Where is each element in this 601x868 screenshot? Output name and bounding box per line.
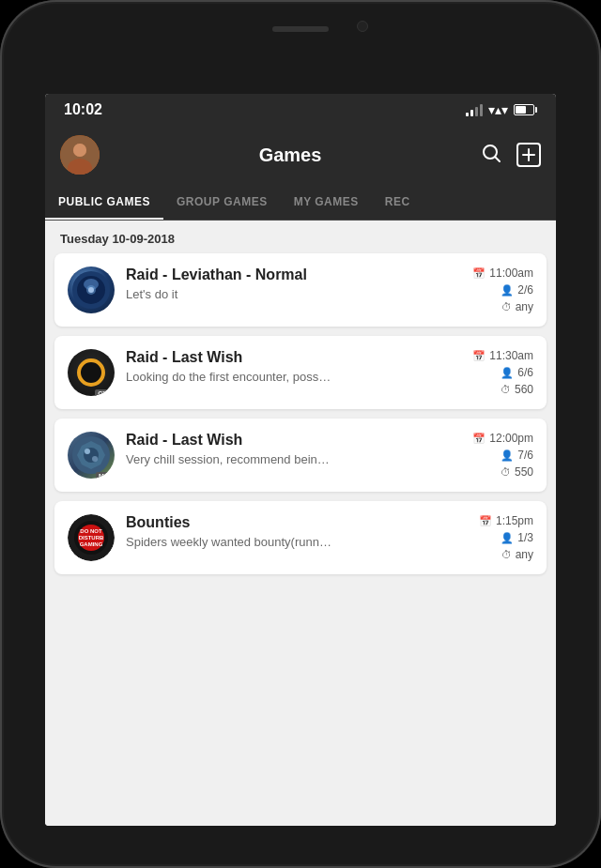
screen: 10:02 ▾▴▾ bbox=[45, 94, 556, 826]
meta-players: 👤 1/3 bbox=[501, 531, 533, 544]
card-main-bounties: Bounties Spiders weekly wanted bounty(ru… bbox=[126, 514, 447, 549]
card-title: Raid - Leviathan - Normal bbox=[126, 266, 447, 283]
calendar-icon: 📅 bbox=[479, 515, 492, 527]
game-card-leviathan[interactable]: Raid - Leviathan - Normal Let's do it 📅 … bbox=[54, 253, 547, 327]
meta-players: 👤 2/6 bbox=[501, 283, 533, 297]
svg-point-15 bbox=[85, 449, 90, 454]
players-icon: 👤 bbox=[501, 367, 514, 379]
status-icons: ▾▴▾ bbox=[466, 102, 537, 117]
svg-line-5 bbox=[495, 157, 500, 161]
card-title: Bounties bbox=[126, 514, 447, 531]
players-icon: 👤 bbox=[501, 532, 514, 544]
card-desc: Let's do it bbox=[126, 287, 332, 301]
search-icon[interactable] bbox=[481, 143, 501, 168]
status-time: 10:02 bbox=[64, 101, 102, 118]
card-main-leviathan: Raid - Leviathan - Normal Let's do it bbox=[126, 266, 447, 301]
tab-public-games[interactable]: PUBLIC GAMES bbox=[45, 184, 163, 220]
svg-text:GAMING: GAMING bbox=[80, 541, 103, 547]
meta-light: ⏱ 560 bbox=[501, 383, 533, 396]
phone-frame: 10:02 ▾▴▾ bbox=[0, 0, 601, 868]
camera bbox=[357, 21, 368, 32]
svg-point-16 bbox=[92, 456, 98, 462]
card-desc: Very chill session, recommend being 550+… bbox=[126, 452, 332, 466]
signal-icon bbox=[466, 103, 483, 116]
tabs-bar: PUBLIC GAMES GROUP GAMES MY GAMES REC bbox=[45, 184, 556, 221]
wifi-icon: ▾▴▾ bbox=[488, 102, 508, 117]
meta-time: 📅 12:00pm bbox=[472, 432, 533, 445]
svg-text:DO NOT: DO NOT bbox=[80, 528, 102, 534]
tab-rec[interactable]: REC bbox=[372, 184, 424, 220]
light-icon: ⏱ bbox=[501, 384, 511, 395]
page-title: Games bbox=[259, 145, 322, 166]
card-avatar-leviathan bbox=[68, 266, 115, 313]
svg-text:DISTURB: DISTURB bbox=[79, 535, 104, 541]
meta-light: ⏱ any bbox=[501, 300, 533, 313]
card-desc: Spiders weekly wanted bounty(running 3 c… bbox=[126, 535, 332, 549]
calendar-icon: 📅 bbox=[472, 350, 485, 362]
players-icon: 👤 bbox=[501, 284, 514, 297]
tab-my-games[interactable]: MY GAMES bbox=[281, 184, 372, 220]
avatar-tag-mad: MAD bbox=[96, 472, 115, 479]
card-meta-last-wish-1: 📅 11:30am 👤 6/6 ⏱ 560 bbox=[458, 349, 533, 396]
card-meta-bounties: 📅 1:15pm 👤 1/3 ⏱ any bbox=[458, 514, 533, 561]
header-actions bbox=[481, 143, 541, 168]
meta-light: ⏱ 550 bbox=[501, 465, 533, 479]
card-title: Raid - Last Wish bbox=[126, 349, 447, 366]
card-avatar-last-wish-1: C776 bbox=[68, 349, 115, 396]
status-bar: 10:02 ▾▴▾ bbox=[45, 94, 556, 126]
card-desc: Looking do the first encounter, possibly… bbox=[126, 370, 332, 384]
svg-point-12 bbox=[88, 287, 94, 293]
game-card-last-wish-1[interactable]: C776 Raid - Last Wish Looking do the fir… bbox=[54, 336, 547, 409]
calendar-icon: 📅 bbox=[472, 433, 485, 445]
tab-group-games[interactable]: GROUP GAMES bbox=[163, 184, 281, 220]
game-card-last-wish-2[interactable]: MAD Raid - Last Wish Very chill session,… bbox=[54, 419, 547, 492]
light-icon: ⏱ bbox=[501, 466, 511, 478]
card-avatar-bounties: DO NOT DISTURB GAMING bbox=[68, 514, 115, 561]
meta-players: 👤 6/6 bbox=[501, 366, 533, 379]
date-header: Tuesday 10-09-2018 bbox=[45, 221, 556, 253]
game-card-bounties[interactable]: DO NOT DISTURB GAMING Bounties Spiders w… bbox=[54, 501, 547, 574]
content-area: Tuesday 10-09-2018 Raid - bbox=[45, 221, 556, 826]
card-meta-leviathan: 📅 11:00am 👤 2/6 ⏱ any bbox=[458, 266, 533, 313]
card-title: Raid - Last Wish bbox=[126, 432, 447, 449]
add-game-button[interactable] bbox=[516, 143, 541, 167]
card-main-last-wish-2: Raid - Last Wish Very chill session, rec… bbox=[126, 432, 447, 466]
meta-time: 📅 1:15pm bbox=[479, 514, 533, 527]
avatar-tag-c776: C776 bbox=[95, 389, 115, 396]
app-header: Games bbox=[45, 126, 556, 184]
meta-time: 📅 11:30am bbox=[472, 349, 533, 362]
speaker bbox=[272, 26, 329, 32]
calendar-icon: 📅 bbox=[472, 267, 485, 280]
user-avatar[interactable] bbox=[60, 135, 100, 175]
meta-players: 👤 7/6 bbox=[501, 449, 533, 462]
svg-point-3 bbox=[73, 144, 86, 157]
card-meta-last-wish-2: 📅 12:00pm 👤 7/6 ⏱ 550 bbox=[458, 432, 533, 479]
meta-time: 📅 11:00am bbox=[472, 266, 533, 280]
light-icon: ⏱ bbox=[501, 549, 512, 560]
players-icon: 👤 bbox=[501, 449, 514, 462]
light-icon: ⏱ bbox=[501, 301, 512, 312]
card-avatar-last-wish-2: MAD bbox=[68, 432, 115, 479]
meta-light: ⏱ any bbox=[501, 548, 533, 561]
battery-icon bbox=[514, 104, 537, 115]
card-main-last-wish-1: Raid - Last Wish Looking do the first en… bbox=[126, 349, 447, 384]
